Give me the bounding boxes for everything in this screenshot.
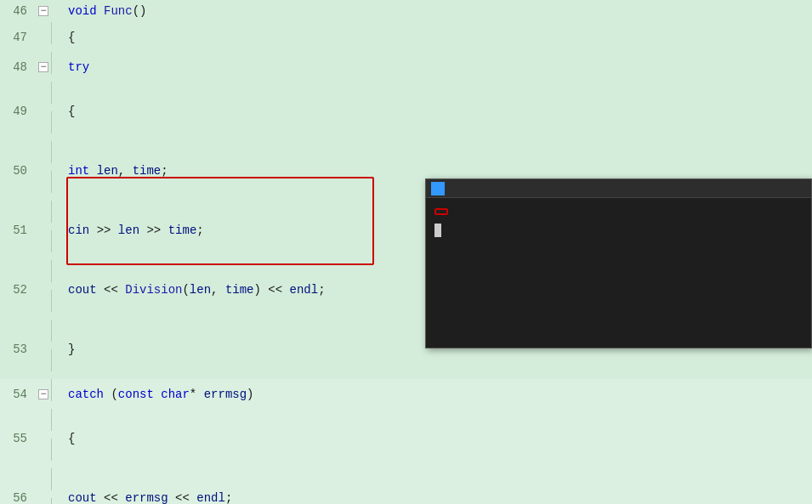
- indent-line: [51, 379, 65, 401]
- line-number: 46: [0, 0, 36, 22]
- indent-line: [51, 439, 65, 461]
- token-op: <<: [268, 283, 282, 297]
- indent-col: [51, 22, 65, 52]
- cursor-block: [434, 224, 441, 237]
- indent-line: [51, 290, 65, 312]
- indent-line: [51, 201, 65, 223]
- token-op: >>: [146, 224, 161, 237]
- line-number: 55: [0, 409, 36, 468]
- token-punct: (: [111, 388, 117, 401]
- indent-line: [51, 498, 65, 504]
- token-var: errmsg: [204, 388, 247, 401]
- console-body: [426, 198, 811, 244]
- fold-col: [36, 409, 51, 468]
- token-punct: ;: [196, 224, 203, 237]
- line-number: 51: [0, 201, 36, 260]
- indent-line: [51, 171, 65, 193]
- table-row: 46−void Func(): [0, 0, 812, 22]
- line-number: 53: [0, 320, 36, 379]
- token-op: <<: [104, 283, 118, 297]
- indent-line: [51, 468, 65, 490]
- line-number: 48: [0, 52, 36, 82]
- console-titlebar: [426, 179, 811, 198]
- token-op: <<: [175, 491, 190, 504]
- token-op: >>: [97, 224, 111, 237]
- table-row: 54−catch (const char* errmsg): [0, 379, 812, 409]
- fold-col[interactable]: −: [36, 379, 51, 409]
- indent-line: [51, 111, 65, 133]
- fold-minus-icon[interactable]: −: [38, 6, 48, 16]
- indent-col: [51, 409, 65, 468]
- token-op: <<: [104, 491, 118, 504]
- token-punct: }: [68, 343, 75, 356]
- token-var: len: [97, 164, 118, 178]
- line-number: 49: [0, 82, 36, 141]
- token-punct: ;: [318, 283, 325, 297]
- fold-col: [36, 468, 51, 504]
- fold-col: [36, 201, 51, 260]
- line-number: 54: [0, 379, 36, 409]
- indent-line: [51, 409, 65, 431]
- token-punct: {: [68, 105, 75, 118]
- editor-area: 46−void Func()47{48−try49{50int len, tim…: [0, 0, 812, 504]
- token-var: endl: [196, 491, 225, 504]
- console-icon: [431, 182, 445, 195]
- line-number: 52: [0, 260, 36, 320]
- table-row: 55{: [0, 409, 812, 468]
- fold-col[interactable]: −: [36, 0, 51, 22]
- token-var: time: [168, 224, 197, 237]
- indent-line: [51, 320, 65, 342]
- indent-col: [51, 201, 65, 260]
- token-fn: Division: [125, 283, 182, 297]
- indent-col: [51, 320, 65, 379]
- indent-line: [51, 82, 65, 104]
- indent-col: [51, 379, 65, 409]
- code-content: {: [65, 409, 812, 468]
- token-var: len: [190, 283, 211, 297]
- code-content: catch (const char* errmsg): [65, 379, 812, 409]
- code-content: try: [65, 52, 812, 82]
- token-type: int: [68, 164, 89, 178]
- indent-line: [51, 349, 65, 371]
- indent-line: [51, 22, 65, 44]
- fold-col: [36, 320, 51, 379]
- fold-col: [36, 260, 51, 320]
- fold-minus-icon[interactable]: −: [38, 389, 48, 399]
- token-var: errmsg: [125, 491, 168, 504]
- token-punct: {: [68, 31, 75, 44]
- code-content: {: [65, 82, 812, 141]
- token-punct: *: [190, 388, 196, 401]
- token-punct: (: [182, 283, 189, 297]
- indent-col: [51, 82, 65, 141]
- indent-col: [51, 52, 65, 82]
- token-punct: ,: [211, 283, 218, 297]
- fold-col: [36, 82, 51, 141]
- token-var: endl: [290, 283, 319, 297]
- fold-col[interactable]: −: [36, 52, 51, 82]
- console-output-box: [434, 208, 448, 215]
- token-var: cout: [68, 283, 97, 297]
- indent-line: [51, 230, 65, 252]
- token-var: cin: [68, 224, 89, 237]
- token-punct: ;: [225, 491, 232, 504]
- token-var: cout: [68, 491, 97, 504]
- token-punct: ): [254, 283, 261, 297]
- token-kw: void: [68, 4, 97, 18]
- console-window: [425, 178, 812, 348]
- code-content: {: [65, 22, 812, 52]
- token-kw: catch: [68, 388, 104, 401]
- token-fn: Func: [104, 4, 133, 18]
- fold-minus-icon[interactable]: −: [38, 62, 48, 72]
- indent-line: [51, 52, 65, 74]
- table-row: 47{: [0, 22, 812, 52]
- line-number: 50: [0, 141, 36, 201]
- token-var: time: [225, 283, 254, 297]
- indent-col: [51, 0, 65, 22]
- token-type: char: [161, 388, 190, 401]
- indent-line: [51, 260, 65, 282]
- indent-col: [51, 141, 65, 201]
- code-content: cout << errmsg << endl;: [65, 468, 812, 504]
- token-var: time: [133, 164, 162, 178]
- indent-col: [51, 468, 65, 504]
- line-number: 47: [0, 22, 36, 52]
